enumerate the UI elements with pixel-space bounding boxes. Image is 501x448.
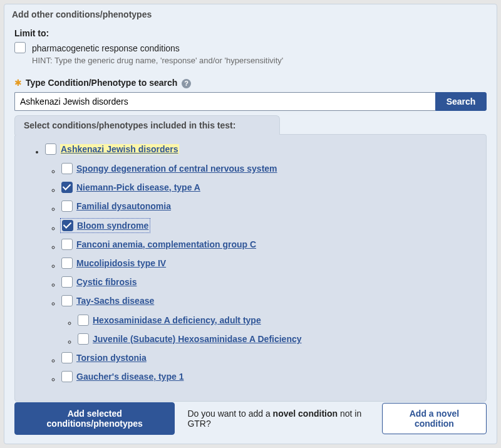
panel-title: Add other conditions/phenotypes	[4, 4, 497, 28]
condition-link[interactable]: Spongy degeneration of central nervous s…	[76, 164, 277, 174]
tree-item: Tay-Sachs diseaseHexosaminidase A defici…	[61, 295, 475, 346]
condition-link[interactable]: Mucolipidosis type IV	[76, 258, 166, 268]
pharma-label: pharmacogenetic response conditions	[32, 42, 283, 55]
search-input[interactable]	[14, 92, 435, 111]
condition-checkbox[interactable]	[61, 163, 73, 174]
condition-checkbox[interactable]	[62, 220, 73, 231]
condition-checkbox[interactable]	[61, 182, 73, 193]
tree-item: Gaucher's disease, type 1	[61, 371, 475, 384]
footer: Add selected conditions/phenotypes Do yo…	[14, 402, 487, 435]
tree-sublist: Spongy degeneration of central nervous s…	[45, 163, 475, 384]
tree-item-row: Juvenile (Subacute) Hexosaminidase A Def…	[78, 333, 302, 345]
tree-item: Fanconi anemia, complementation group C	[61, 239, 475, 252]
tree-item-row: Mucolipidosis type IV	[61, 258, 166, 269]
tree-item-row: Fanconi anemia, complementation group C	[61, 239, 256, 250]
condition-link[interactable]: Ashkenazi Jewish disorders	[60, 144, 179, 154]
condition-link[interactable]: Torsion dystonia	[76, 353, 147, 363]
condition-link[interactable]: Tay-Sachs disease	[76, 296, 154, 306]
tree-item-row: Spongy degeneration of central nervous s…	[61, 163, 277, 174]
add-conditions-panel: Add other conditions/phenotypes Limit to…	[4, 4, 497, 444]
tree-item: Spongy degeneration of central nervous s…	[61, 163, 475, 176]
tree-item: Mucolipidosis type IV	[61, 258, 475, 271]
tree-item: Juvenile (Subacute) Hexosaminidase A Def…	[78, 333, 475, 346]
tree-item-row: Niemann-Pick disease, type A	[61, 182, 200, 193]
tree-item-row: Cystic fibrosis	[61, 276, 137, 288]
tree-item-row: Tay-Sachs disease	[61, 295, 154, 306]
tree-item-row: Ashkenazi Jewish disorders	[45, 143, 179, 155]
search-row: Search	[14, 92, 487, 111]
tree-item: Cystic fibrosis	[61, 276, 475, 289]
condition-checkbox[interactable]	[61, 276, 73, 288]
limit-to-label: Limit to:	[14, 28, 487, 38]
tree-item-row: Familial dysautonomia	[61, 201, 171, 212]
condition-link[interactable]: Juvenile (Subacute) Hexosaminidase A Def…	[93, 334, 302, 344]
condition-link[interactable]: Niemann-Pick disease, type A	[76, 182, 200, 192]
condition-checkbox[interactable]	[61, 201, 73, 212]
condition-checkbox[interactable]	[61, 371, 73, 382]
tree-item: Hexosaminidase A deficiency, adult type	[78, 315, 475, 328]
tree-sublist: Hexosaminidase A deficiency, adult typeJ…	[61, 315, 475, 346]
condition-checkbox[interactable]	[45, 143, 56, 155]
tree-item: Bloom syndrome	[61, 219, 475, 233]
conditions-tree: Ashkenazi Jewish disordersSpongy degener…	[26, 143, 475, 384]
tree-item: Familial dysautonomia	[61, 201, 475, 214]
condition-checkbox[interactable]	[61, 258, 73, 269]
condition-link[interactable]: Gaucher's disease, type 1	[76, 372, 183, 382]
condition-link[interactable]: Bloom syndrome	[77, 221, 148, 231]
pharma-hint: HINT: Type the generic drug name, 'respo…	[32, 56, 283, 65]
condition-link[interactable]: Familial dysautonomia	[76, 201, 171, 211]
condition-link[interactable]: Hexosaminidase A deficiency, adult type	[93, 315, 261, 325]
search-label: Type Condition/Phenotype to search	[26, 78, 177, 88]
conditions-tree-box: Ashkenazi Jewish disordersSpongy degener…	[14, 134, 487, 402]
condition-checkbox[interactable]	[78, 315, 89, 326]
help-icon[interactable]: ?	[182, 79, 191, 88]
tree-tab-label: Select conditions/phenotypes included in…	[14, 115, 280, 135]
pharma-checkbox[interactable]	[14, 42, 26, 53]
condition-checkbox[interactable]	[61, 239, 73, 250]
tree-item-row: Bloom syndrome	[61, 219, 149, 232]
search-section: ✱ Type Condition/Phenotype to search ? S…	[14, 78, 487, 111]
add-selected-button[interactable]: Add selected conditions/phenotypes	[14, 402, 175, 435]
condition-checkbox[interactable]	[78, 333, 89, 345]
pharma-row: pharmacogenetic response conditions HINT…	[14, 42, 487, 65]
condition-link[interactable]: Fanconi anemia, complementation group C	[76, 239, 256, 249]
tree-root-item: Ashkenazi Jewish disordersSpongy degener…	[45, 143, 475, 384]
condition-checkbox[interactable]	[61, 295, 73, 306]
panel-content: Limit to: pharmacogenetic response condi…	[4, 28, 497, 412]
tree-item-row: Gaucher's disease, type 1	[61, 371, 183, 382]
condition-checkbox[interactable]	[61, 352, 73, 363]
required-star-icon: ✱	[14, 78, 22, 88]
tree-item: Torsion dystonia	[61, 352, 475, 365]
condition-link[interactable]: Cystic fibrosis	[76, 277, 137, 287]
add-novel-button[interactable]: Add a novel condition	[382, 403, 487, 434]
novel-prompt: Do you want to add a novel condition not…	[187, 409, 369, 429]
search-button[interactable]: Search	[435, 92, 487, 111]
tree-item-row: Torsion dystonia	[61, 352, 147, 363]
tree-item: Niemann-Pick disease, type A	[61, 182, 475, 195]
tree-item-row: Hexosaminidase A deficiency, adult type	[78, 315, 261, 326]
